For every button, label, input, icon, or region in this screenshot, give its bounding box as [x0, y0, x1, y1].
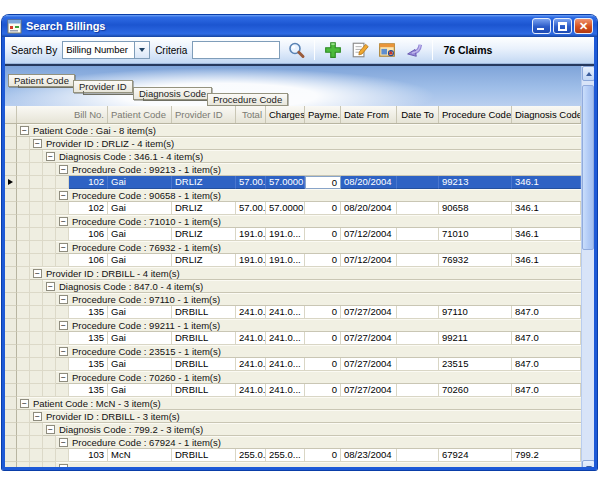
row-selector[interactable] [5, 358, 17, 371]
cell-diagnosis-code[interactable]: 346.1 [512, 202, 581, 215]
group-band[interactable]: −Procedure Code : 70260 - 1 item(s) [56, 371, 581, 384]
row-selector[interactable] [5, 254, 17, 267]
group-band[interactable]: −Diagnosis Code : 799.2 - 3 item(s) [43, 423, 581, 436]
search-by-dropdown[interactable]: Billing Number [62, 41, 150, 59]
group-band[interactable]: −Procedure Code : 23515 - 1 item(s) [56, 345, 581, 358]
cell-provider-id[interactable]: DRLIZ [172, 228, 236, 241]
cell-payments[interactable]: 0 [305, 228, 341, 241]
collapse-icon[interactable]: − [46, 152, 55, 161]
group-band[interactable]: −Procedure Code : 99211 - 1 item(s) [56, 319, 581, 332]
group-row[interactable]: −Procedure Code : 99213 - 1 item(s) [5, 163, 581, 176]
scroll-up-button[interactable] [582, 66, 595, 81]
group-band[interactable]: −Patient Code : McN - 3 item(s) [17, 397, 581, 410]
cell-patient-code[interactable]: Gai [108, 384, 172, 397]
cell-total[interactable]: 191.0... [236, 254, 266, 267]
table-row[interactable]: 102GaiDRLIZ57.00...57.0000008/20/2004992… [5, 176, 581, 189]
cell-date-to[interactable] [397, 449, 439, 462]
group-band[interactable]: −Procedure Code : 99213 - 1 item(s) [56, 163, 581, 176]
collapse-icon[interactable]: − [59, 464, 68, 470]
cell-diagnosis-code[interactable]: 847.0 [512, 332, 581, 345]
cell-date-from[interactable]: 07/27/2004 [341, 358, 397, 371]
collapse-icon[interactable]: − [20, 399, 29, 408]
group-band[interactable]: −Procedure Code : 90658 - 1 item(s) [56, 189, 581, 202]
vertical-scrollbar[interactable] [581, 66, 594, 470]
cell-date-from[interactable]: 08/20/2004 [341, 176, 397, 189]
column-header-procedure-code[interactable]: Procedure Code [439, 106, 512, 123]
table-row[interactable]: 102GaiDRLIZ57.00...57.0000008/20/2004906… [5, 202, 581, 215]
row-selector[interactable] [5, 189, 17, 202]
cell-provider-id[interactable]: DRBILL [172, 449, 236, 462]
edit-button[interactable] [349, 39, 371, 61]
group-row[interactable]: −Procedure Code : 23515 - 1 item(s) [5, 345, 581, 358]
group-row[interactable]: −Patient Code : Gai - 8 item(s) [5, 124, 581, 137]
cell-total[interactable]: 255.0... [236, 449, 266, 462]
cell-date-from[interactable]: 07/27/2004 [341, 306, 397, 319]
collapse-icon[interactable]: − [59, 295, 68, 304]
cell-bill-no[interactable]: 135 [69, 306, 108, 319]
cell-bill-no[interactable]: 102 [69, 202, 108, 215]
collapse-icon[interactable]: − [33, 139, 42, 148]
column-header-provider-id[interactable]: Provider ID [172, 106, 236, 123]
row-selector[interactable] [5, 332, 17, 345]
group-row[interactable]: −Procedure Code : 76932 - 1 item(s) [5, 241, 581, 254]
cell-bill-no[interactable]: 106 [69, 254, 108, 267]
row-selector[interactable] [5, 137, 17, 150]
column-header-charges[interactable]: Charges [266, 106, 305, 123]
row-selector[interactable] [5, 163, 17, 176]
collapse-icon[interactable]: − [46, 282, 55, 291]
row-selector[interactable] [5, 449, 17, 462]
row-selector[interactable] [5, 397, 17, 410]
collapse-icon[interactable]: − [46, 425, 55, 434]
cell-provider-id[interactable]: DRBILL [172, 358, 236, 371]
group-row[interactable]: −Provider ID : DRBILL - 4 item(s) [5, 267, 581, 280]
cell-date-to[interactable] [397, 202, 439, 215]
row-selector[interactable] [5, 436, 17, 449]
report-button[interactable] [376, 39, 398, 61]
cell-procedure-code[interactable]: 99211 [439, 332, 512, 345]
group-band[interactable]: −Procedure Code : 71010 - 1 item(s) [56, 215, 581, 228]
row-selector[interactable] [5, 306, 17, 319]
cell-payments[interactable]: 0 [305, 176, 341, 189]
cell-procedure-code[interactable]: 67924 [439, 449, 512, 462]
cell-charges[interactable]: 57.0000 [266, 202, 305, 215]
cell-charges[interactable]: 191.0... [266, 228, 305, 241]
chevron-down-icon[interactable] [134, 42, 149, 58]
cell-patient-code[interactable]: Gai [108, 202, 172, 215]
column-header-payme-[interactable]: Payme... [305, 106, 341, 123]
scroll-down-button[interactable] [582, 460, 595, 470]
cell-diagnosis-code[interactable]: 799.2 [512, 449, 581, 462]
group-row[interactable]: −Diagnosis Code : 847.0 - 4 item(s) [5, 280, 581, 293]
cell-procedure-code[interactable]: 23515 [439, 358, 512, 371]
cell-date-to[interactable] [397, 306, 439, 319]
cell-diagnosis-code[interactable]: 346.1 [512, 254, 581, 267]
group-row[interactable]: −Procedure Code : 97110 - 1 item(s) [5, 293, 581, 306]
row-selector[interactable] [5, 202, 17, 215]
cell-date-from[interactable]: 07/27/2004 [341, 332, 397, 345]
row-selector[interactable] [5, 371, 17, 384]
group-row[interactable]: −Provider ID : DRBILL - 3 item(s) [5, 410, 581, 423]
cell-patient-code[interactable]: Gai [108, 358, 172, 371]
table-row[interactable]: 135GaiDRBILL241.0...241.0...007/27/20047… [5, 384, 581, 397]
column-header-date-from[interactable]: Date From [341, 106, 397, 123]
cell-date-to[interactable] [397, 176, 439, 189]
row-selector[interactable] [5, 319, 17, 332]
group-band[interactable]: −Provider ID : DRBILL - 4 item(s) [30, 267, 581, 280]
row-selector[interactable] [5, 124, 17, 137]
group-row[interactable]: −Procedure Code : 67924 - 1 item(s) [5, 436, 581, 449]
cell-bill-no[interactable]: 102 [69, 176, 108, 189]
cell-bill-no[interactable]: 135 [69, 332, 108, 345]
cell-date-to[interactable] [397, 228, 439, 241]
group-row[interactable]: −Procedure Code : 90658 - 1 item(s) [5, 189, 581, 202]
row-selector[interactable] [5, 150, 17, 163]
group-row[interactable]: −Procedure Code : 71010 - 1 item(s) [5, 215, 581, 228]
collapse-icon[interactable]: − [20, 126, 29, 135]
cell-provider-id[interactable]: DRLIZ [172, 254, 236, 267]
cell-payments[interactable]: 0 [305, 358, 341, 371]
collapse-icon[interactable]: − [33, 269, 42, 278]
column-header-diagnosis-code[interactable]: Diagnosis Code [512, 106, 581, 123]
cell-bill-no[interactable]: 135 [69, 358, 108, 371]
collapse-icon[interactable]: − [59, 165, 68, 174]
row-selector[interactable] [5, 215, 17, 228]
row-selector[interactable] [5, 280, 17, 293]
cell-total[interactable]: 241.0... [236, 332, 266, 345]
